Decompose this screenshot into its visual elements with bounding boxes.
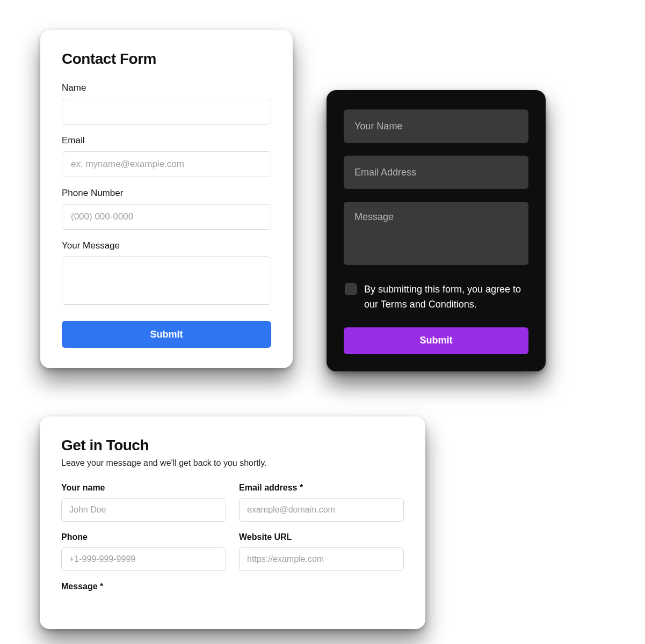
form-title: Get in Touch <box>61 437 404 454</box>
consent-row: By submitting this form, you agree to ou… <box>344 282 528 312</box>
phone-label: Phone <box>61 532 226 542</box>
phone-label: Phone Number <box>62 188 271 199</box>
website-label: Website URL <box>239 532 404 542</box>
message-textarea[interactable] <box>62 257 271 305</box>
contact-form-light: Contact Form Name Email Phone Number You… <box>40 30 293 368</box>
name-input[interactable] <box>61 498 226 522</box>
name-label: Name <box>62 83 271 93</box>
form-title: Contact Form <box>62 50 271 68</box>
message-label: Message * <box>61 582 404 591</box>
form-subtitle: Leave your message and we'll get back to… <box>61 458 404 468</box>
consent-text: By submitting this form, you agree to ou… <box>364 282 527 312</box>
get-in-touch-form: Get in Touch Leave your message and we'l… <box>40 416 425 629</box>
consent-checkbox[interactable] <box>345 283 357 295</box>
name-label: Your name <box>61 483 226 493</box>
phone-input[interactable] <box>61 547 226 571</box>
email-field-group: Email <box>62 135 271 177</box>
row-phone-website: Phone Website URL <box>61 532 404 571</box>
name-field-group: Name <box>62 83 271 125</box>
row-message: Message * <box>61 582 404 597</box>
message-field-group: Your Message <box>62 240 271 307</box>
email-label: Email <box>62 135 271 146</box>
name-field-group: Your name <box>61 483 226 522</box>
submit-button[interactable]: Submit <box>344 327 528 354</box>
phone-field-group: Phone Number <box>62 188 271 230</box>
email-input[interactable] <box>344 156 528 189</box>
email-label: Email address * <box>239 483 404 493</box>
row-name-email: Your name Email address * <box>61 483 404 522</box>
email-field-group: Email address * <box>239 483 404 522</box>
email-input[interactable] <box>239 498 404 522</box>
name-input[interactable] <box>62 99 271 125</box>
website-field-group: Website URL <box>239 532 404 571</box>
contact-form-dark: By submitting this form, you agree to ou… <box>327 90 546 371</box>
submit-button[interactable]: Submit <box>62 321 271 348</box>
message-textarea[interactable] <box>344 202 528 265</box>
website-input[interactable] <box>239 547 404 571</box>
message-field-group: Message * <box>61 582 404 597</box>
name-input[interactable] <box>344 109 528 143</box>
message-label: Your Message <box>62 240 271 251</box>
email-input[interactable] <box>62 151 271 177</box>
phone-field-group: Phone <box>61 532 226 571</box>
phone-input[interactable] <box>62 204 271 230</box>
